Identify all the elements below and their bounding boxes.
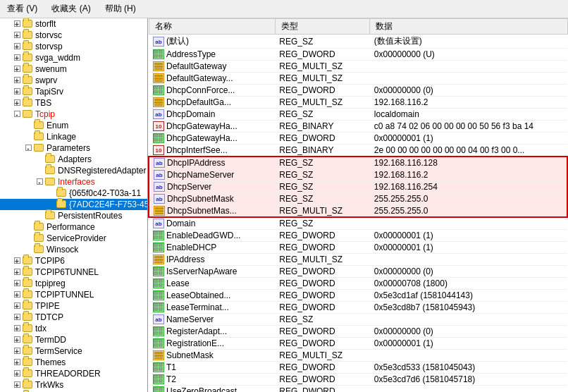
tree-node-guid2[interactable]: {7ADC2E4F-F753-45 — [0, 199, 147, 210]
folder-icon-swenum — [23, 64, 34, 74]
table-row[interactable]: 10DhcpGatewayHa...REG_BINARYc0 a8 74 02 … — [149, 121, 567, 133]
table-row[interactable]: LeaseTerminat...REG_DWORD0x5e3cd8b7 (158… — [149, 302, 567, 314]
svg-rect-66 — [154, 375, 158, 379]
menu-favorites[interactable]: 收藏夹 (A) — [47, 1, 94, 16]
tree-expander-storvsp[interactable]: + — [11, 43, 23, 51]
tree-node-TrkWks[interactable]: +TrkWks — [0, 379, 147, 391]
tree-expander-Themes[interactable]: + — [11, 359, 23, 367]
tree-expander-Interfaces[interactable]: - — [34, 178, 45, 186]
table-row[interactable]: DhcpConnForce...REG_DWORD0x00000000 (0) — [149, 85, 567, 97]
tree-node-TermService[interactable]: +TermService — [0, 345, 147, 357]
table-row[interactable]: LeaseREG_DWORD0x00000708 (1800) — [149, 278, 567, 290]
col-type[interactable]: 类型 — [275, 19, 369, 35]
tree-node-THREADORDER[interactable]: +THREADORDER — [0, 368, 147, 379]
tree-node-TPIPE[interactable]: +TPIPE — [0, 300, 147, 312]
tree-expander-tdx[interactable]: + — [11, 325, 23, 333]
tree-expander-TCPIP6TUNNEL[interactable]: + — [11, 269, 23, 276]
tree-node-Interfaces[interactable]: -Interfaces — [0, 176, 147, 188]
tree-expander-swenum[interactable]: + — [11, 66, 23, 73]
tree-node-Performance[interactable]: Performance — [0, 221, 147, 233]
tree-expander-storflt[interactable]: + — [11, 20, 23, 28]
table-row[interactable]: AddressTypeREG_DWORD0x00000000 (U) — [149, 49, 567, 61]
reg-entry-name: DhcpIPAddress — [167, 158, 225, 168]
tree-node-Linkage[interactable]: Linkage — [0, 131, 147, 142]
tree-expander-TCPIP6[interactable]: + — [11, 257, 23, 265]
reg-type-icon — [153, 338, 164, 348]
table-row[interactable]: IPAddressREG_MULTI_SZ — [149, 254, 567, 266]
tree-node-swprv[interactable]: +swprv — [0, 75, 147, 86]
table-row[interactable]: EnableDeadGWD...REG_DWORD0x00000001 (1) — [149, 230, 567, 242]
tree-expander-Tcpip[interactable]: - — [11, 111, 23, 118]
table-row[interactable]: LeaseObtained...REG_DWORD0x5e3cd1af (158… — [149, 290, 567, 302]
table-row[interactable]: EnableDHCPREG_DWORD0x00000001 (1) — [149, 242, 567, 254]
menu-view[interactable]: 查看 (V) — [3, 1, 42, 16]
tree-node-tcpipreg[interactable]: +tcpipreg — [0, 278, 147, 289]
table-row[interactable]: DhcpGatewayHa...REG_DWORD0x00000001 (1) — [149, 133, 567, 145]
tree-expander-swprv[interactable]: + — [11, 77, 23, 85]
table-row[interactable]: T1REG_DWORD0x5e3cd533 (1581045043) — [149, 362, 567, 374]
table-row[interactable]: DefaultGatewayREG_MULTI_SZ — [149, 61, 567, 73]
tree-panel[interactable]: +storflt+storvsc+storvsp+svga_wddm+swenu… — [0, 18, 148, 392]
tree-node-storvsc[interactable]: +storvsc — [0, 30, 147, 41]
reg-entry-data: c0 a8 74 02 06 00 00 00 00 50 56 f3 ba 1… — [370, 121, 567, 133]
table-row[interactable]: T2REG_DWORD0x5e3cd7d6 (1581045718) — [149, 374, 567, 386]
tree-expander-TermService[interactable]: + — [11, 348, 23, 355]
tree-node-TCPIPTUNNEL[interactable]: +TCPIPTUNNEL — [0, 289, 147, 300]
tree-node-Parameters[interactable]: -Parameters — [0, 142, 147, 154]
tree-node-storflt[interactable]: +storflt — [0, 18, 147, 30]
col-name[interactable]: 名称 — [149, 19, 275, 35]
table-row[interactable]: abNameServerREG_SZ — [149, 314, 567, 326]
tree-node-Tcpip[interactable]: -Tcpip — [0, 109, 147, 120]
table-row[interactable]: RegisterAdapt...REG_DWORD0x00000000 (0) — [149, 326, 567, 338]
tree-node-tdx[interactable]: +tdx — [0, 323, 147, 334]
tree-node-Themes[interactable]: +Themes — [0, 357, 147, 368]
tree-node-Winsock[interactable]: Winsock — [0, 244, 147, 255]
table-row[interactable]: ab(默认)REG_SZ(数值未设置) — [149, 35, 567, 49]
svg-rect-44 — [159, 291, 163, 295]
registry-panel[interactable]: 名称 类型 数据 ab(默认)REG_SZ(数值未设置)AddressTypeR… — [148, 18, 568, 392]
tree-expander-svga_wddm[interactable]: + — [11, 54, 23, 62]
table-row[interactable]: RegistrationE...REG_DWORD0x00000001 (1) — [149, 338, 567, 350]
table-row[interactable]: SubnetMaskREG_MULTI_SZ — [149, 350, 567, 362]
tree-expander-tcpipreg[interactable]: + — [11, 280, 23, 288]
tree-node-Adapters[interactable]: Adapters — [0, 154, 147, 165]
tree-expander-THREADORDER[interactable]: + — [11, 370, 23, 378]
tree-expander-Parameters[interactable]: - — [23, 145, 34, 152]
tree-node-DNSRegisteredAdapter[interactable]: DNSRegisteredAdapter — [0, 165, 147, 176]
tree-node-TDTCP[interactable]: +TDTCP — [0, 312, 147, 323]
tree-expander-TermDD[interactable]: + — [11, 336, 23, 344]
table-row[interactable]: DhcpSubnetMas...REG_MULTI_SZ255.255.255.… — [149, 205, 567, 218]
table-row[interactable]: abDhcpServerREG_SZ192.168.116.254 — [149, 181, 567, 193]
tree-node-svga_wddm[interactable]: +svga_wddm — [0, 52, 147, 63]
tree-expander-TPIPE[interactable]: + — [11, 302, 23, 310]
tree-expander-TapiSrv[interactable]: + — [11, 88, 23, 96]
tree-node-TapiSrv[interactable]: +TapiSrv — [0, 86, 147, 97]
tree-node-TermDD[interactable]: +TermDD — [0, 334, 147, 345]
col-data[interactable]: 数据 — [370, 19, 567, 35]
tree-expander-TBS[interactable]: + — [11, 99, 23, 107]
tree-expander-TrkWks[interactable]: + — [11, 381, 23, 389]
table-row[interactable]: UseZeroBroadcastREG_DWORD — [149, 386, 567, 393]
tree-expander-storvsc[interactable]: + — [11, 32, 23, 39]
tree-node-Enum[interactable]: Enum — [0, 120, 147, 131]
table-row[interactable]: DhcpDefaultGa...REG_MULTI_SZ192.168.116.… — [149, 97, 567, 109]
tree-node-TBS[interactable]: +TBS — [0, 97, 147, 109]
tree-expander-TDTCP[interactable]: + — [11, 314, 23, 321]
tree-node-TCPIP6[interactable]: +TCPIP6 — [0, 255, 147, 267]
tree-node-storvsp[interactable]: +storvsp — [0, 41, 147, 52]
table-row[interactable]: 10DhcpInterfSee...REG_BINARY2e 00 00 00 … — [149, 145, 567, 157]
table-row[interactable]: abDhcpNameServerREG_SZ192.168.116.2 — [149, 169, 567, 181]
tree-node-TCPIP6TUNNEL[interactable]: +TCPIP6TUNNEL — [0, 267, 147, 278]
table-row[interactable]: abDhcpSubnetMaskREG_SZ255.255.255.0 — [149, 193, 567, 205]
table-row[interactable]: DefaultGateway...REG_MULTI_SZ — [149, 73, 567, 85]
tree-node-PersistentRoutes[interactable]: PersistentRoutes — [0, 210, 147, 221]
table-row[interactable]: abDhcpIPAddressREG_SZ192.168.116.128 — [149, 157, 567, 169]
tree-node-swenum[interactable]: +swenum — [0, 63, 147, 75]
table-row[interactable]: abDhcpDomainREG_SZlocaldomain — [149, 109, 567, 121]
table-row[interactable]: IsServerNapAwareREG_DWORD0x00000000 (0) — [149, 266, 567, 278]
tree-node-ServiceProvider[interactable]: ServiceProvider — [0, 233, 147, 244]
tree-expander-TCPIPTUNNEL[interactable]: + — [11, 291, 23, 299]
table-row[interactable]: abDomainREG_SZ — [149, 217, 567, 230]
tree-node-guid1[interactable]: {065f0c42-T03a-11 — [0, 188, 147, 199]
menu-help[interactable]: 帮助 (H) — [101, 1, 140, 16]
